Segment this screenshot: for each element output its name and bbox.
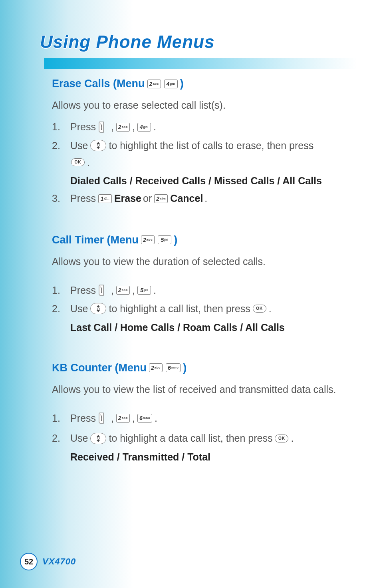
erase-label: Erase — [114, 191, 141, 205]
list-item: 1. Press , 2abc , 5jkl . — [52, 283, 355, 297]
heading-text: Call Timer (Menu — [52, 232, 139, 248]
left-softkey-icon — [98, 412, 109, 424]
nav-key-icon — [90, 433, 106, 444]
step-number: 1. — [52, 411, 70, 425]
content: Erase Calls (Menu 2abc 4ghi ) Allows you… — [52, 76, 355, 467]
ok-key-icon: OK — [71, 158, 85, 166]
step-suffix: . — [291, 431, 294, 445]
key-5-icon: 5jkl — [158, 235, 171, 244]
nav-key-icon — [90, 140, 106, 151]
step-text: Press — [70, 120, 96, 134]
step-text: to highlight the list of calls to erase,… — [109, 138, 314, 153]
erase-calls-options: Dialed Calls / Received Calls / Missed C… — [70, 173, 355, 188]
step-number: 3. — [52, 191, 70, 205]
key-6-icon: 6mno — [137, 414, 152, 423]
step-suffix: . — [269, 301, 272, 316]
step-text: Use — [70, 301, 88, 316]
cancel-label: Cancel — [170, 191, 203, 205]
comma: , — [132, 120, 135, 134]
step-number: 2. — [52, 138, 70, 153]
heading-text: Erase Calls (Menu — [52, 76, 145, 92]
key-4-icon: 4ghi — [137, 123, 151, 132]
model-label: VX4700 — [42, 556, 76, 567]
header: Using Phone Menus — [40, 32, 357, 52]
list-item: 1. Press , 2abc , 6mno . — [52, 411, 355, 425]
key-6-icon: 6mno — [166, 363, 181, 372]
comma: , — [111, 283, 114, 297]
step-text: to highlight a data call list, then pres… — [109, 431, 272, 445]
step-suffix: . — [153, 120, 156, 134]
erase-calls-steps-cont: 3. Press 1@., Erase or 2abc Cancel . — [52, 191, 355, 205]
nav-key-icon — [90, 303, 106, 314]
kb-counter-options: Received / Transmitted / Total — [70, 450, 355, 464]
call-timer-steps: 1. Press , 2abc , 5jkl . 2. Use to highl… — [52, 283, 355, 316]
kb-counter-steps: 1. Press , 2abc , 6mno . 2. Use to highl… — [52, 411, 355, 446]
step-text: Press — [70, 191, 96, 205]
key-2-icon: 2abc — [154, 194, 168, 203]
list-item: 2. Use to highlight a call list, then pr… — [52, 301, 355, 316]
erase-calls-steps: 1. Press , 2abc , 4ghi . 2. Use — [52, 120, 355, 169]
comma: , — [111, 120, 114, 134]
heading-suffix: ) — [174, 232, 177, 248]
kb-counter-heading: KB Counter (Menu 2abc 6mno ) — [52, 360, 355, 376]
step-number: 1. — [52, 120, 70, 134]
step-text: or — [143, 191, 152, 205]
manual-page: Using Phone Menus Erase Calls (Menu 2abc… — [0, 0, 381, 588]
step-number: 1. — [52, 283, 70, 297]
heading-suffix: ) — [183, 360, 187, 376]
comma: , — [132, 411, 135, 425]
step-text: Use — [70, 138, 88, 153]
comma: , — [111, 411, 114, 425]
key-2-icon: 2abc — [141, 235, 155, 244]
step-suffix: . — [153, 283, 156, 297]
step-text: Press — [70, 411, 96, 425]
list-item: 2. Use to highlight a data call list, th… — [52, 431, 355, 445]
step-suffix: . — [204, 191, 207, 205]
list-item: 1. Press , 2abc , 4ghi . — [52, 120, 355, 134]
left-softkey-icon — [98, 284, 109, 296]
erase-calls-desc: Allows you to erase selected call list(s… — [52, 98, 355, 112]
key-2-icon: 2abc — [116, 414, 130, 423]
left-softkey-icon — [98, 121, 109, 133]
page-title: Using Phone Menus — [40, 32, 357, 52]
footer: 52 VX4700 — [20, 553, 76, 570]
step-text: Press — [70, 283, 96, 297]
ok-key-icon: OK — [253, 305, 266, 313]
list-item: 3. Press 1@., Erase or 2abc Cancel . — [52, 191, 355, 205]
heading-suffix: ) — [180, 76, 184, 92]
header-accent-bar — [44, 58, 357, 69]
comma: , — [132, 283, 135, 297]
key-4-icon: 4ghi — [164, 80, 178, 88]
step-suffix: . — [87, 155, 90, 169]
heading-text: KB Counter (Menu — [52, 360, 147, 376]
erase-calls-heading: Erase Calls (Menu 2abc 4ghi ) — [52, 76, 355, 92]
page-number: 52 — [20, 553, 38, 570]
step-text: Use — [70, 431, 88, 445]
call-timer-heading: Call Timer (Menu 2abc 5jkl ) — [52, 232, 355, 248]
step-number: 2. — [52, 431, 70, 445]
list-item: 2. Use to highlight the list of calls to… — [52, 138, 355, 170]
key-1-icon: 1@., — [98, 194, 112, 203]
step-text: to highlight a call list, then press — [109, 301, 250, 316]
key-2-icon: 2abc — [116, 123, 130, 132]
call-timer-desc: Allows you to view the duration of selec… — [52, 254, 355, 269]
kb-counter-desc: Allows you to view the list of received … — [52, 382, 355, 397]
step-number: 2. — [52, 301, 70, 316]
key-2-icon: 2abc — [116, 286, 130, 295]
ok-key-icon: OK — [275, 435, 288, 442]
key-2-icon: 2abc — [147, 80, 161, 88]
key-2-icon: 2abc — [149, 363, 163, 372]
key-5-icon: 5jkl — [137, 286, 151, 295]
step-suffix: . — [155, 411, 157, 425]
call-timer-options: Last Call / Home Calls / Roam Calls / Al… — [70, 320, 355, 335]
